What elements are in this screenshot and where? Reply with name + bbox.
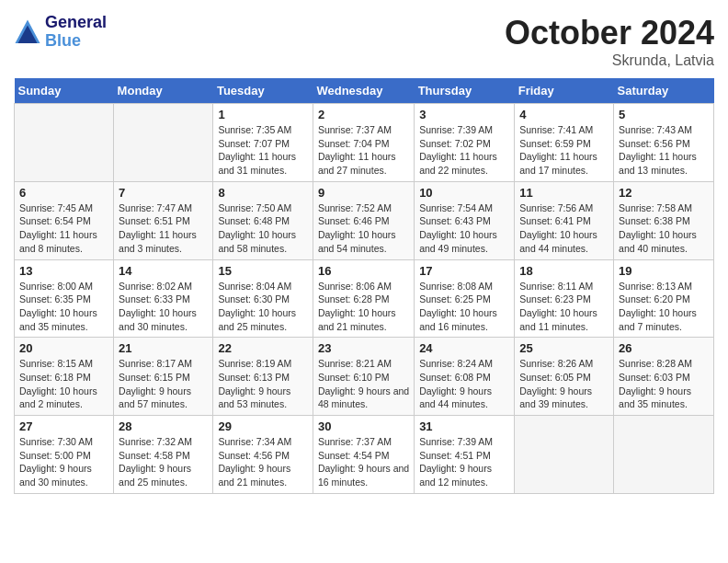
week-row-5: 27Sunrise: 7:30 AM Sunset: 5:00 PM Dayli… xyxy=(15,416,714,494)
calendar-cell: 20Sunrise: 8:15 AM Sunset: 6:18 PM Dayli… xyxy=(15,338,114,416)
calendar-cell: 29Sunrise: 7:34 AM Sunset: 4:56 PM Dayli… xyxy=(213,416,313,494)
day-number: 12 xyxy=(619,186,709,200)
calendar-cell: 11Sunrise: 7:56 AM Sunset: 6:41 PM Dayli… xyxy=(515,181,614,259)
weekday-header-wednesday: Wednesday xyxy=(313,78,414,104)
day-info: Sunrise: 8:17 AM Sunset: 6:15 PM Dayligh… xyxy=(119,357,208,411)
calendar-cell: 12Sunrise: 7:58 AM Sunset: 6:38 PM Dayli… xyxy=(614,181,714,259)
day-number: 10 xyxy=(419,186,509,200)
day-info: Sunrise: 7:43 AM Sunset: 6:56 PM Dayligh… xyxy=(619,123,709,178)
day-number: 26 xyxy=(619,341,709,355)
calendar-cell xyxy=(15,104,114,182)
week-row-4: 20Sunrise: 8:15 AM Sunset: 6:18 PM Dayli… xyxy=(15,338,714,416)
day-number: 30 xyxy=(318,419,409,433)
weekday-row: SundayMondayTuesdayWednesdayThursdayFrid… xyxy=(15,78,714,104)
day-number: 23 xyxy=(318,341,409,355)
calendar-cell: 3Sunrise: 7:39 AM Sunset: 7:02 PM Daylig… xyxy=(415,104,515,182)
day-number: 14 xyxy=(119,264,208,278)
day-info: Sunrise: 7:39 AM Sunset: 7:02 PM Dayligh… xyxy=(419,123,509,178)
weekday-header-thursday: Thursday xyxy=(415,78,515,104)
month-title: October 2024 xyxy=(505,14,714,52)
day-info: Sunrise: 8:00 AM Sunset: 6:35 PM Dayligh… xyxy=(19,280,108,334)
day-number: 15 xyxy=(218,264,308,278)
calendar-cell: 7Sunrise: 7:47 AM Sunset: 6:51 PM Daylig… xyxy=(114,181,213,259)
week-row-2: 6Sunrise: 7:45 AM Sunset: 6:54 PM Daylig… xyxy=(15,181,714,259)
day-info: Sunrise: 8:21 AM Sunset: 6:10 PM Dayligh… xyxy=(318,357,409,411)
day-info: Sunrise: 7:39 AM Sunset: 4:51 PM Dayligh… xyxy=(419,435,509,489)
day-number: 7 xyxy=(119,186,208,200)
logo-icon xyxy=(14,18,41,46)
day-info: Sunrise: 8:08 AM Sunset: 6:25 PM Dayligh… xyxy=(419,280,509,334)
day-number: 27 xyxy=(19,419,108,433)
weekday-header-sunday: Sunday xyxy=(15,78,114,104)
day-info: Sunrise: 7:52 AM Sunset: 6:46 PM Dayligh… xyxy=(318,201,409,256)
day-info: Sunrise: 7:32 AM Sunset: 4:58 PM Dayligh… xyxy=(119,435,208,489)
calendar-cell: 15Sunrise: 8:04 AM Sunset: 6:30 PM Dayli… xyxy=(213,259,313,338)
day-info: Sunrise: 7:37 AM Sunset: 7:04 PM Dayligh… xyxy=(318,123,409,178)
day-number: 9 xyxy=(318,186,409,200)
calendar-cell: 24Sunrise: 8:24 AM Sunset: 6:08 PM Dayli… xyxy=(415,338,515,416)
day-number: 13 xyxy=(19,264,108,278)
day-number: 11 xyxy=(519,186,609,200)
day-info: Sunrise: 7:34 AM Sunset: 4:56 PM Dayligh… xyxy=(218,435,308,489)
calendar-cell: 25Sunrise: 8:26 AM Sunset: 6:05 PM Dayli… xyxy=(515,338,614,416)
day-number: 21 xyxy=(119,341,208,355)
logo: General Blue xyxy=(14,14,107,51)
calendar-cell: 16Sunrise: 8:06 AM Sunset: 6:28 PM Dayli… xyxy=(313,259,414,338)
calendar-cell: 14Sunrise: 8:02 AM Sunset: 6:33 PM Dayli… xyxy=(114,259,213,338)
day-number: 1 xyxy=(218,108,308,121)
day-info: Sunrise: 7:56 AM Sunset: 6:41 PM Dayligh… xyxy=(519,201,609,256)
calendar-cell: 22Sunrise: 8:19 AM Sunset: 6:13 PM Dayli… xyxy=(213,338,313,416)
calendar-cell: 21Sunrise: 8:17 AM Sunset: 6:15 PM Dayli… xyxy=(114,338,213,416)
calendar-cell: 8Sunrise: 7:50 AM Sunset: 6:48 PM Daylig… xyxy=(213,181,313,259)
week-row-1: 1Sunrise: 7:35 AM Sunset: 7:07 PM Daylig… xyxy=(15,104,714,182)
calendar-cell: 18Sunrise: 8:11 AM Sunset: 6:23 PM Dayli… xyxy=(515,259,614,338)
day-number: 29 xyxy=(218,419,308,433)
calendar-cell: 27Sunrise: 7:30 AM Sunset: 5:00 PM Dayli… xyxy=(15,416,114,494)
day-info: Sunrise: 7:45 AM Sunset: 6:54 PM Dayligh… xyxy=(19,201,108,256)
calendar-cell: 2Sunrise: 7:37 AM Sunset: 7:04 PM Daylig… xyxy=(313,104,414,182)
calendar-cell: 30Sunrise: 7:37 AM Sunset: 4:54 PM Dayli… xyxy=(313,416,414,494)
day-info: Sunrise: 7:54 AM Sunset: 6:43 PM Dayligh… xyxy=(419,201,509,256)
day-info: Sunrise: 8:06 AM Sunset: 6:28 PM Dayligh… xyxy=(318,280,409,334)
day-number: 8 xyxy=(218,186,308,200)
calendar-cell: 4Sunrise: 7:41 AM Sunset: 6:59 PM Daylig… xyxy=(515,104,614,182)
calendar-cell: 1Sunrise: 7:35 AM Sunset: 7:07 PM Daylig… xyxy=(213,104,313,182)
weekday-header-tuesday: Tuesday xyxy=(213,78,313,104)
day-info: Sunrise: 7:58 AM Sunset: 6:38 PM Dayligh… xyxy=(619,201,709,256)
day-info: Sunrise: 8:02 AM Sunset: 6:33 PM Dayligh… xyxy=(119,280,208,334)
calendar-cell: 28Sunrise: 7:32 AM Sunset: 4:58 PM Dayli… xyxy=(114,416,213,494)
day-number: 16 xyxy=(318,264,409,278)
calendar-cell: 6Sunrise: 7:45 AM Sunset: 6:54 PM Daylig… xyxy=(15,181,114,259)
day-number: 5 xyxy=(619,108,709,121)
day-number: 2 xyxy=(318,108,409,121)
day-info: Sunrise: 7:37 AM Sunset: 4:54 PM Dayligh… xyxy=(318,435,409,489)
week-row-3: 13Sunrise: 8:00 AM Sunset: 6:35 PM Dayli… xyxy=(15,259,714,338)
day-number: 6 xyxy=(19,186,108,200)
day-info: Sunrise: 8:13 AM Sunset: 6:20 PM Dayligh… xyxy=(619,280,709,334)
day-info: Sunrise: 7:35 AM Sunset: 7:07 PM Dayligh… xyxy=(218,123,308,178)
location: Skrunda, Latvia xyxy=(505,52,714,69)
day-number: 3 xyxy=(419,108,509,121)
day-info: Sunrise: 8:19 AM Sunset: 6:13 PM Dayligh… xyxy=(218,357,308,411)
calendar-cell: 19Sunrise: 8:13 AM Sunset: 6:20 PM Dayli… xyxy=(614,259,714,338)
day-info: Sunrise: 8:15 AM Sunset: 6:18 PM Dayligh… xyxy=(19,357,108,411)
calendar-table: SundayMondayTuesdayWednesdayThursdayFrid… xyxy=(14,78,714,494)
day-number: 31 xyxy=(419,419,509,433)
day-number: 24 xyxy=(419,341,509,355)
day-number: 22 xyxy=(218,341,308,355)
day-info: Sunrise: 7:41 AM Sunset: 6:59 PM Dayligh… xyxy=(519,123,609,178)
calendar-cell xyxy=(515,416,614,494)
logo-text: General Blue xyxy=(45,14,107,51)
calendar-body: 1Sunrise: 7:35 AM Sunset: 7:07 PM Daylig… xyxy=(15,104,714,494)
day-info: Sunrise: 7:47 AM Sunset: 6:51 PM Dayligh… xyxy=(119,201,208,256)
title-block: October 2024 Skrunda, Latvia xyxy=(505,14,714,69)
calendar-cell: 17Sunrise: 8:08 AM Sunset: 6:25 PM Dayli… xyxy=(415,259,515,338)
day-number: 19 xyxy=(619,264,709,278)
calendar-header: SundayMondayTuesdayWednesdayThursdayFrid… xyxy=(15,78,714,104)
day-number: 20 xyxy=(19,341,108,355)
day-info: Sunrise: 7:50 AM Sunset: 6:48 PM Dayligh… xyxy=(218,201,308,256)
calendar-cell: 26Sunrise: 8:28 AM Sunset: 6:03 PM Dayli… xyxy=(614,338,714,416)
day-info: Sunrise: 8:24 AM Sunset: 6:08 PM Dayligh… xyxy=(419,357,509,411)
calendar-cell xyxy=(114,104,213,182)
day-number: 17 xyxy=(419,264,509,278)
